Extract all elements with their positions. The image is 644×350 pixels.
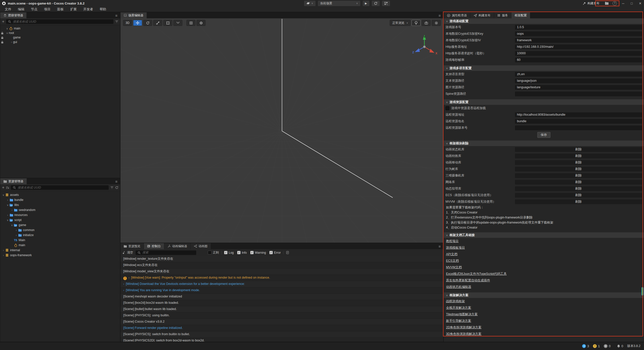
info-count-badge[interactable]: i 3 <box>582 344 589 348</box>
doc-link-3D角色扮演游戏解决方案[interactable]: 3D角色扮演游戏解决方案 <box>444 331 644 337</box>
transform-gizmo-button[interactable] <box>173 20 182 26</box>
tree-node-gui[interactable]: ›gui <box>0 40 120 44</box>
tab-hierarchy[interactable]: 层级管理器 <box>0 12 27 18</box>
sort-icon[interactable] <box>6 186 9 189</box>
remove-module-button[interactable]: 剔除 <box>515 186 642 191</box>
minimize-button[interactable]: ─ <box>621 2 625 5</box>
doc-link-新手引导解决方案[interactable]: 新手引导解决方案 <box>444 318 644 324</box>
tree-node-assets[interactable]: ∨assets <box>0 192 120 197</box>
tree-node-libs[interactable]: ∨libs <box>0 202 120 207</box>
remove-module-button[interactable]: 剔除 <box>515 160 642 165</box>
view-mode-dropdown[interactable]: 正常浏览 ∨ <box>390 20 411 26</box>
tab-属性检查器[interactable]: 属性检查器 <box>444 12 470 18</box>
tree-node-game[interactable]: ∨game <box>0 223 120 228</box>
tree-node-initialize[interactable]: ›initialize <box>0 233 120 238</box>
doc-link-MVVM文档[interactable]: MVVM文档 <box>444 264 644 271</box>
hierarchy-search-input[interactable]: 搜索名称或 UUID <box>6 19 113 24</box>
expand-arrow-icon[interactable]: › <box>6 214 9 216</box>
field-input-本地数据CryptoES加密Key[interactable]: oops <box>515 31 642 36</box>
scrollbar-thumb[interactable] <box>641 287 643 295</box>
doc-link-ECS文档[interactable]: ECS文档 <box>444 257 644 264</box>
section-header-游戏基础配置[interactable]: ∨游戏基础配置 <box>444 18 644 24</box>
remove-module-button[interactable]: 剔除 <box>515 180 642 185</box>
hierarchy-menu-icon[interactable]: ≡ <box>113 12 120 18</box>
tab-assets[interactable]: 资源管理器 <box>0 178 27 184</box>
expand-arrow-icon[interactable]: › <box>15 229 18 232</box>
mode-3d-toggle[interactable]: 3D <box>123 20 132 26</box>
doc-link-原生包热更新配置自动生成插件[interactable]: 原生包热更新配置自动生成插件 <box>444 277 644 284</box>
console-log-row[interactable]: [Scene] Forward render pipeline initiali… <box>120 325 443 331</box>
console-log-row[interactable]: !›[Window] [Vue warn]: Property "onInput… <box>120 275 443 281</box>
collapse-arrow-icon[interactable]: ∨ <box>6 27 9 30</box>
expand-arrow-icon[interactable]: › <box>10 41 13 43</box>
error-count-badge[interactable]: ✕ 0 <box>604 344 611 348</box>
collapse-arrow-icon[interactable]: ∨ <box>6 219 9 222</box>
tree-node-root[interactable]: ∨root <box>0 31 120 35</box>
doc-link-Tiledmap地图解决方案[interactable]: Tiledmap地图解决方案 <box>444 311 644 318</box>
console-menu-icon[interactable]: ≡ <box>436 243 443 249</box>
expand-arrow-icon[interactable]: › <box>2 254 5 257</box>
console-search-input[interactable]: 搜索 <box>136 250 196 255</box>
tree-node-script[interactable]: ∨script <box>0 217 120 223</box>
field-input-Spine资源路径[interactable] <box>515 92 642 96</box>
collapse-arrow-icon[interactable]: ∨ <box>2 194 5 196</box>
tree-node-oops-framework[interactable]: ›oops-framework <box>0 253 120 258</box>
tab-资源预览[interactable]: 资源预览 <box>120 243 144 249</box>
remove-module-button[interactable]: 剔除 <box>515 199 642 204</box>
tree-node-seedrandom[interactable]: ›seedrandom <box>0 207 120 212</box>
section-header-游戏资源配置[interactable]: ∨游戏资源配置 <box>444 99 644 105</box>
console-log-row[interactable]: [Scene] [bullet]:bullet wasm lib loaded. <box>120 306 443 313</box>
clear-console-button[interactable]: 清空 <box>122 250 133 255</box>
tab-构建发布[interactable]: 构建发布 <box>470 12 494 18</box>
field-input-游戏每秒帧率[interactable]: 60 <box>515 58 642 62</box>
expand-arrow-icon[interactable]: › <box>2 249 5 252</box>
doc-link-Excel格式转Json文件与TypeScript代码工具[interactable]: Excel格式转Json文件与TypeScript代码工具 <box>444 271 644 277</box>
remove-module-button[interactable]: 剔除 <box>515 147 642 152</box>
field-input-文本资源路径[interactable]: language/json <box>515 78 642 83</box>
restart-button[interactable] <box>372 1 380 6</box>
console-log-row[interactable]: [Window] ecs文件夹存在 <box>120 262 443 269</box>
field-input-支持语言类型[interactable]: zh,en <box>515 72 642 77</box>
scene-camera-button[interactable] <box>422 20 431 26</box>
doc-link-教程项目[interactable]: 教程项目 <box>444 238 644 244</box>
remove-module-button[interactable]: 剔除 <box>515 167 642 171</box>
expand-arrow-icon[interactable]: › <box>15 234 18 237</box>
field-input-远程资源地址[interactable]: http://localhost:8083/assets/bundle <box>515 112 642 117</box>
collapse-arrow-icon[interactable]: ∨ <box>10 224 14 227</box>
platform-preview-button[interactable]: ∨ <box>304 1 316 6</box>
field-input-远程资源包名[interactable]: bundle <box>515 119 642 124</box>
tab-动画图[interactable]: 动画图 <box>191 243 211 249</box>
project-folder-icon[interactable] <box>605 2 609 5</box>
scene-selector-dropdown[interactable]: 当前场景 ∨ <box>318 1 360 6</box>
filter-icon[interactable] <box>110 186 113 189</box>
filter-checkbox-Error[interactable]: ✓Error <box>269 251 281 254</box>
help-icon[interactable]: ? <box>613 1 617 6</box>
save-button[interactable]: 保存 <box>537 132 550 138</box>
play-button[interactable]: ▶ <box>363 1 370 6</box>
collapse-arrow-icon[interactable]: ∨ <box>6 32 9 34</box>
console-log-row[interactable]: [Scene] [PHYSICS2D]: switch from box2d-w… <box>120 338 443 342</box>
menubar-item-帮助[interactable]: 帮助 <box>97 7 109 12</box>
filter-checkbox-Info[interactable]: ✓Info <box>237 251 247 254</box>
menubar-item-节点[interactable]: 节点 <box>28 7 40 12</box>
doc-link-API文档[interactable]: API文档 <box>444 251 644 257</box>
expand-arrow-icon[interactable]: › <box>6 199 9 201</box>
section-header-框架文档工具链接[interactable]: ∨框架文档工具链接 <box>444 232 644 238</box>
menubar-item-编辑[interactable]: 编辑 <box>15 7 27 12</box>
regex-checkbox[interactable]: 正则 <box>208 250 219 255</box>
field-input-远程资源版本号[interactable] <box>515 125 642 130</box>
remove-module-button[interactable]: 剔除 <box>515 193 642 198</box>
tree-node-main[interactable]: main <box>0 243 120 248</box>
add-asset-button[interactable]: + <box>2 185 4 190</box>
field-input-Http服务器地址[interactable]: http://192.168.0.150/main/ <box>515 45 642 49</box>
scene-viewport[interactable]: Y X Z 3D <box>120 18 443 243</box>
section-header-游戏多语言配置[interactable]: ∨游戏多语言配置 <box>444 65 644 71</box>
expand-chevron-icon[interactable]: › <box>129 276 129 279</box>
console-log-row[interactable]: [Scene] [PHYSICS]: switch from builtin t… <box>120 331 443 338</box>
console-log-row[interactable]: [Scene] [PHYSICS]: using builtin. <box>120 313 443 319</box>
scene-settings-button[interactable] <box>432 20 441 26</box>
expand-arrow-icon[interactable]: › <box>10 209 14 211</box>
rotate-tool-button[interactable] <box>143 20 152 26</box>
section-header-框架模块剔除[interactable]: ∨框架模块剔除 <box>444 141 644 146</box>
menubar-item-文件[interactable]: 文件 <box>2 7 14 12</box>
